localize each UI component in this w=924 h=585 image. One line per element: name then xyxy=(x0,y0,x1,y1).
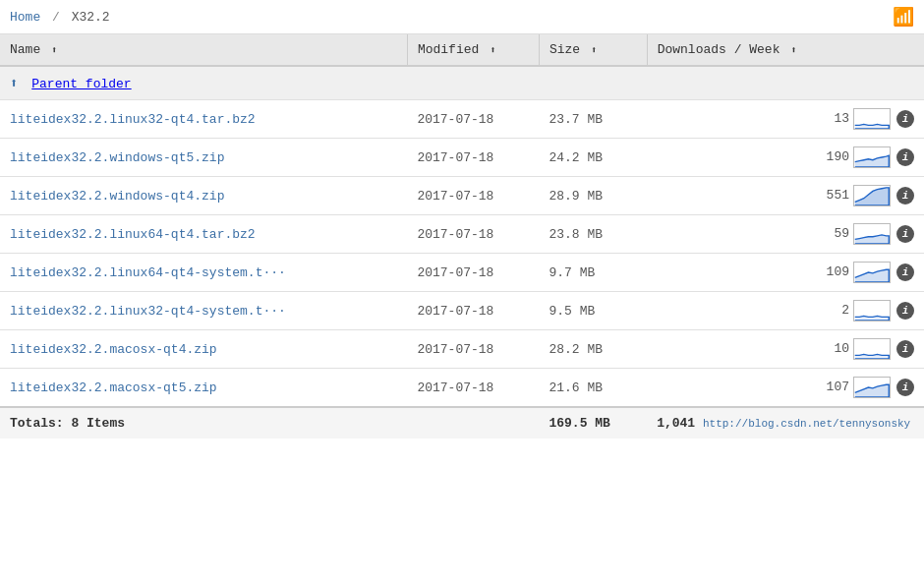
file-downloads: 551i xyxy=(647,177,924,215)
file-size: 9.7 MB xyxy=(539,254,647,292)
file-table: Name ⬆ Modified ⬆ Size ⬆ Downloads / Wee… xyxy=(0,34,924,439)
table-row: liteidex32.2.linux64-qt4-system.t···2017… xyxy=(0,254,924,292)
file-name-cell: liteidex32.2.linux64-qt4.tar.bz2 xyxy=(0,215,407,254)
file-link[interactable]: liteidex32.2.macosx-qt5.zip xyxy=(10,380,217,395)
file-name-cell: liteidex32.2.windows-qt5.zip xyxy=(0,139,407,177)
download-count: 190 xyxy=(820,149,849,164)
download-count: 2 xyxy=(820,303,849,318)
file-size: 28.2 MB xyxy=(539,330,647,369)
table-row: liteidex32.2.macosx-qt4.zip2017-07-1828.… xyxy=(0,330,924,369)
file-size: 9.5 MB xyxy=(539,292,647,330)
file-downloads: 13i xyxy=(647,100,924,139)
file-modified: 2017-07-18 xyxy=(407,292,539,330)
table-row: liteidex32.2.macosx-qt5.zip2017-07-1821.… xyxy=(0,369,924,408)
breadcrumb: Home / X32.2 📶 xyxy=(0,0,924,34)
col-header-name[interactable]: Name ⬆ xyxy=(0,34,407,66)
file-size: 28.9 MB xyxy=(539,177,647,215)
file-size: 21.6 MB xyxy=(539,369,647,408)
totals-downloads: 1,041 http://blog.csdn.net/tennysonsky xyxy=(647,407,924,439)
table-row: liteidex32.2.linux32-qt4.tar.bz22017-07-… xyxy=(0,100,924,139)
name-sort-icon: ⬆ xyxy=(51,45,57,56)
info-icon[interactable]: i xyxy=(896,263,914,281)
parent-folder-cell: ⬆ Parent folder xyxy=(0,66,924,100)
totals-label: Totals: 8 Items xyxy=(0,407,407,439)
breadcrumb-home[interactable]: Home xyxy=(10,10,40,25)
file-name-cell: liteidex32.2.linux32-qt4-system.t··· xyxy=(0,292,407,330)
file-size: 23.7 MB xyxy=(539,100,647,139)
file-modified: 2017-07-18 xyxy=(407,139,539,177)
download-count: 59 xyxy=(820,226,849,241)
file-link[interactable]: liteidex32.2.windows-qt5.zip xyxy=(10,150,224,165)
file-modified: 2017-07-18 xyxy=(407,177,539,215)
file-downloads: 59i xyxy=(647,215,924,254)
download-count: 13 xyxy=(820,111,849,126)
file-link[interactable]: liteidex32.2.linux64-qt4.tar.bz2 xyxy=(10,227,256,242)
modified-sort-icon: ⬆ xyxy=(490,45,495,56)
totals-size: 169.5 MB xyxy=(539,407,647,439)
col-header-modified[interactable]: Modified ⬆ xyxy=(407,34,539,66)
download-chart[interactable] xyxy=(853,146,891,168)
file-downloads: 2i xyxy=(647,292,924,330)
file-name-cell: liteidex32.2.windows-qt4.zip xyxy=(0,177,407,215)
download-chart[interactable] xyxy=(853,223,891,245)
info-icon[interactable]: i xyxy=(896,340,914,358)
info-icon[interactable]: i xyxy=(896,148,914,166)
download-count: 551 xyxy=(820,188,849,203)
info-icon[interactable]: i xyxy=(896,379,914,396)
table-row: liteidex32.2.linux32-qt4-system.t···2017… xyxy=(0,292,924,330)
file-size: 23.8 MB xyxy=(539,215,647,254)
file-downloads: 190i xyxy=(647,139,924,177)
download-chart[interactable] xyxy=(853,262,891,283)
parent-folder-row: ⬆ Parent folder xyxy=(0,66,924,100)
table-row: liteidex32.2.windows-qt4.zip2017-07-1828… xyxy=(0,177,924,215)
file-link[interactable]: liteidex32.2.linux32-qt4.tar.bz2 xyxy=(10,112,256,127)
rss-icon[interactable]: 📶 xyxy=(893,6,914,28)
download-count: 107 xyxy=(820,380,849,394)
download-chart[interactable] xyxy=(853,185,891,206)
downloads-sort-icon: ⬆ xyxy=(790,45,796,56)
breadcrumb-current: X32.2 xyxy=(72,10,110,25)
totals-row: Totals: 8 Items 169.5 MB 1,041 http://bl… xyxy=(0,407,924,439)
download-chart[interactable] xyxy=(853,300,891,322)
totals-empty xyxy=(407,407,539,439)
download-count: 10 xyxy=(820,341,849,356)
parent-folder-link[interactable]: Parent folder xyxy=(31,77,131,91)
file-downloads: 107i xyxy=(647,369,924,408)
info-icon[interactable]: i xyxy=(896,187,914,205)
table-row: liteidex32.2.linux64-qt4.tar.bz22017-07-… xyxy=(0,215,924,254)
col-header-size[interactable]: Size ⬆ xyxy=(539,34,647,66)
file-modified: 2017-07-18 xyxy=(407,254,539,292)
download-count: 109 xyxy=(820,264,849,279)
up-arrow-icon: ⬆ xyxy=(10,76,18,91)
breadcrumb-sep: / xyxy=(52,10,60,25)
file-name-cell: liteidex32.2.linux32-qt4.tar.bz2 xyxy=(0,100,407,139)
file-modified: 2017-07-18 xyxy=(407,330,539,369)
file-link[interactable]: liteidex32.2.macosx-qt4.zip xyxy=(10,342,217,357)
file-modified: 2017-07-18 xyxy=(407,215,539,254)
download-chart[interactable] xyxy=(853,377,891,398)
table-header-row: Name ⬆ Modified ⬆ Size ⬆ Downloads / Wee… xyxy=(0,34,924,66)
file-link[interactable]: liteidex32.2.windows-qt4.zip xyxy=(10,189,224,204)
download-chart[interactable] xyxy=(853,338,891,360)
file-size: 24.2 MB xyxy=(539,139,647,177)
file-downloads: 10i xyxy=(647,330,924,369)
file-downloads: 109i xyxy=(647,254,924,292)
download-chart[interactable] xyxy=(853,108,891,130)
size-sort-icon: ⬆ xyxy=(591,45,597,56)
file-modified: 2017-07-18 xyxy=(407,369,539,408)
file-link[interactable]: liteidex32.2.linux64-qt4-system.t··· xyxy=(10,265,286,280)
file-modified: 2017-07-18 xyxy=(407,100,539,139)
file-name-cell: liteidex32.2.macosx-qt4.zip xyxy=(0,330,407,369)
file-name-cell: liteidex32.2.macosx-qt5.zip xyxy=(0,369,407,408)
totals-note: http://blog.csdn.net/tennysonsky xyxy=(703,418,910,430)
file-name-cell: liteidex32.2.linux64-qt4-system.t··· xyxy=(0,254,407,292)
info-icon[interactable]: i xyxy=(896,302,914,320)
file-link[interactable]: liteidex32.2.linux32-qt4-system.t··· xyxy=(10,304,286,319)
table-row: liteidex32.2.windows-qt5.zip2017-07-1824… xyxy=(0,139,924,177)
info-icon[interactable]: i xyxy=(896,225,914,243)
col-header-downloads[interactable]: Downloads / Week ⬆ xyxy=(647,34,924,66)
info-icon[interactable]: i xyxy=(896,110,914,128)
